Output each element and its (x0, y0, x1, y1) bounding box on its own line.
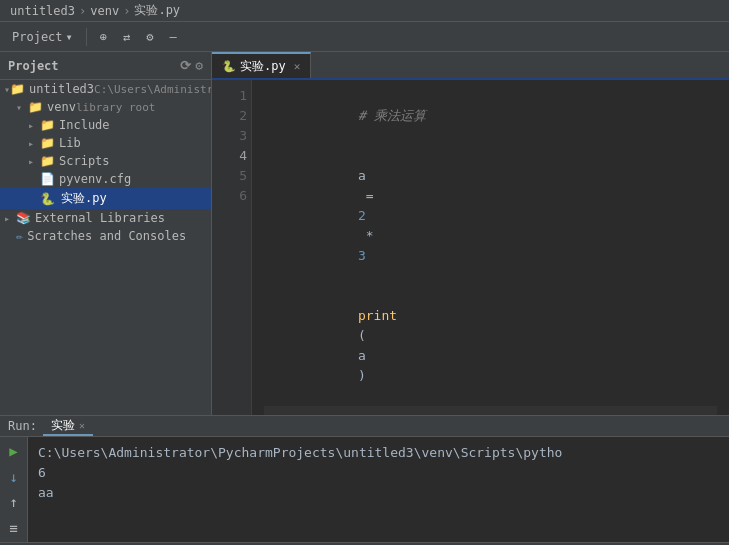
sidebar-item-label: untitled3 (29, 82, 94, 96)
sidebar-item-pyvenv[interactable]: ▸ 📄 pyvenv.cfg (0, 170, 211, 188)
run-scroll-down-btn[interactable]: ↓ (3, 467, 25, 487)
arrow-icon: ▸ (28, 120, 40, 131)
editor-panel: 🐍 实验.py ✕ 1 2 3 4 5 6 # 乘法运算 (212, 52, 729, 415)
sidebar-item-lib[interactable]: ▸ 📁 Lib (0, 134, 211, 152)
sidebar-title: Project (8, 59, 59, 73)
line-num-2: 2 (216, 106, 247, 126)
line-num-6: 6 (216, 186, 247, 206)
scroll-icon-btn[interactable]: ⇄ (117, 28, 136, 46)
run-content: C:\Users\Administrator\PycharmProjects\u… (28, 437, 729, 542)
sidebar-item-shiyan[interactable]: ▸ 🐍 实验.py (0, 188, 211, 209)
settings-icon-btn[interactable]: ⚙ (140, 28, 159, 46)
tab-bar: 🐍 实验.py ✕ (212, 52, 729, 80)
chevron-down-icon: ▾ (66, 30, 73, 44)
run-tab-label: 实验 (51, 417, 75, 434)
run-sidebar: ▶ ↓ ↑ ≡ (0, 437, 28, 542)
collapse-icon-btn[interactable]: – (164, 28, 183, 46)
minus-icon: – (170, 30, 177, 44)
sidebar-header-icons: ⟳ ⚙ (180, 58, 203, 73)
sidebar-item-label: venv (47, 100, 76, 114)
arrow-icon: ▾ (16, 102, 28, 113)
sidebar-item-label: External Libraries (35, 211, 165, 225)
sidebar-item-venv[interactable]: ▾ 📁 venv library root (0, 98, 211, 116)
project-label: Project (12, 30, 63, 44)
sidebar-item-label: 实验.py (61, 190, 107, 207)
arrow-icon: ▸ (4, 213, 16, 224)
plus-icon: ⊕ (100, 30, 107, 44)
sidebar-item-scratches[interactable]: ▸ ✏️ Scratches and Consoles (0, 227, 211, 245)
var-a: a (358, 168, 366, 183)
folder-icon: 📁 (40, 136, 55, 150)
line-num-5: 5 (216, 166, 247, 186)
run-path-line: C:\Users\Administrator\PycharmProjects\u… (38, 443, 719, 463)
sidebar-item-untitled3[interactable]: ▾ 📁 untitled3 C:\Users\Administra (0, 80, 211, 98)
sidebar-header: Project ⟳ ⚙ (0, 52, 211, 80)
editor[interactable]: 1 2 3 4 5 6 # 乘法运算 a = 2 * (212, 80, 729, 415)
code-line-2: a = 2 * 3 (264, 146, 717, 286)
fn-print: print (358, 308, 397, 323)
var-a2: a (358, 348, 366, 363)
sidebar-item-ext-libraries[interactable]: ▸ 📚 External Libraries (0, 209, 211, 227)
sidebar-item-scripts[interactable]: ▸ 📁 Scripts (0, 152, 211, 170)
gear-icon: ⚙ (146, 30, 153, 44)
title-file: 实验.py (134, 2, 180, 19)
title-venv: venv (90, 4, 119, 18)
run-bar: Run: 实验 ✕ (0, 415, 729, 437)
sync-icon[interactable]: ⟳ (180, 58, 191, 73)
line-numbers: 1 2 3 4 5 6 (212, 80, 252, 415)
py-tab-icon: 🐍 (222, 60, 236, 73)
sidebar-item-label: Include (59, 118, 110, 132)
code-line-1: # 乘法运算 (264, 86, 717, 146)
arrow-icon: ▸ (28, 156, 40, 167)
code-line-4 (264, 406, 717, 415)
run-tab-close-icon[interactable]: ✕ (79, 420, 85, 431)
project-toolbar-btn[interactable]: Project ▾ (6, 28, 79, 46)
run-output-aa: aa (38, 483, 719, 503)
sidebar-item-label: pyvenv.cfg (59, 172, 131, 186)
title-bar: untitled3 › venv › 实验.py (0, 0, 729, 22)
run-output: ▶ ↓ ↑ ≡ C:\Users\Administrator\PycharmPr… (0, 437, 729, 542)
title-project: untitled3 (10, 4, 75, 18)
run-tab-shiyan[interactable]: 实验 ✕ (43, 416, 93, 436)
tab-label: 实验.py (240, 58, 286, 75)
sidebar-item-include[interactable]: ▸ 📁 Include (0, 116, 211, 134)
ext-lib-icon: 📚 (16, 211, 31, 225)
comment: # 乘法运算 (358, 108, 426, 123)
tab-shiyan[interactable]: 🐍 实验.py ✕ (212, 52, 311, 78)
arrow-icon: ▸ (28, 138, 40, 149)
toolbar-divider-1 (86, 28, 87, 46)
line-num-3: 3 (216, 126, 247, 146)
editor-content: 1 2 3 4 5 6 # 乘法运算 a = 2 * (212, 80, 729, 415)
line-num-1: 1 (216, 86, 247, 106)
py-file-icon: 🐍 (40, 192, 55, 206)
run-output-6: 6 (38, 463, 719, 483)
line-num-4: 4 (216, 146, 247, 166)
code-area[interactable]: # 乘法运算 a = 2 * 3 print ( a ) (252, 80, 729, 415)
run-label: Run: (8, 419, 37, 433)
sidebar: Project ⟳ ⚙ ▾ 📁 untitled3 C:\Users\Admin… (0, 52, 212, 415)
run-play-btn[interactable]: ▶ (3, 441, 25, 461)
scratch-icon: ✏️ (16, 229, 23, 243)
cfg-file-icon: 📄 (40, 172, 55, 186)
tab-close-icon[interactable]: ✕ (294, 60, 301, 73)
code-line-3: print ( a ) (264, 286, 717, 406)
sidebar-item-label: Scripts (59, 154, 110, 168)
num-2: 2 (358, 208, 366, 223)
path-extra: C:\Users\Administra (94, 83, 212, 96)
add-icon-btn[interactable]: ⊕ (94, 28, 113, 46)
folder-icon: 📁 (28, 100, 43, 114)
run-align-btn[interactable]: ≡ (3, 518, 25, 538)
run-scroll-up-btn[interactable]: ↑ (3, 493, 25, 513)
venv-extra: library root (76, 101, 155, 114)
main-content: Project ⟳ ⚙ ▾ 📁 untitled3 C:\Users\Admin… (0, 52, 729, 415)
scroll-icon: ⇄ (123, 30, 130, 44)
folder-icon: 📁 (40, 118, 55, 132)
sidebar-item-label: Scratches and Consoles (27, 229, 186, 243)
num-3: 3 (358, 248, 366, 263)
sidebar-item-label: Lib (59, 136, 81, 150)
folder-icon: 📁 (10, 82, 25, 96)
main-toolbar: Project ▾ ⊕ ⇄ ⚙ – (0, 22, 729, 52)
folder-icon: 📁 (40, 154, 55, 168)
settings-small-icon[interactable]: ⚙ (195, 58, 203, 73)
